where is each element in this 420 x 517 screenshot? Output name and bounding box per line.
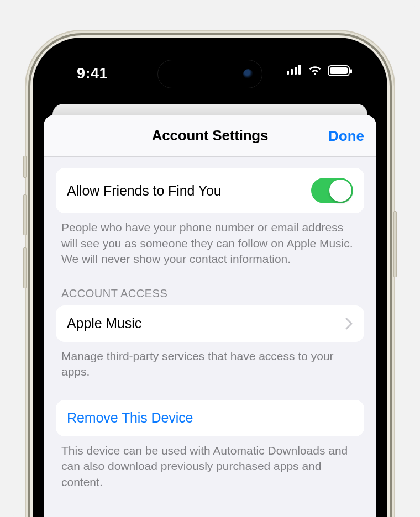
done-button[interactable]: Done — [328, 127, 364, 144]
bezel: 9:41 — [33, 38, 387, 517]
iphone-body: 9:41 — [26, 31, 394, 517]
chevron-right-icon — [345, 318, 353, 330]
apple-music-cell[interactable]: Apple Music — [56, 305, 364, 342]
status-icons — [287, 64, 350, 77]
allow-friends-cell[interactable]: Allow Friends to Find You — [56, 168, 364, 213]
power-button — [393, 211, 397, 277]
svg-rect-2 — [295, 67, 297, 75]
svg-rect-1 — [291, 69, 293, 75]
volume-down-button — [23, 247, 27, 288]
find-friends-footer: People who have your phone number or ema… — [61, 220, 359, 267]
side-switch — [23, 156, 27, 178]
page-title: Account Settings — [152, 127, 269, 144]
sheet-header: Account Settings Done — [44, 115, 376, 157]
svg-rect-0 — [287, 71, 289, 75]
group-find-friends: Allow Friends to Find You People who hav… — [56, 168, 364, 267]
account-access-header: ACCOUNT ACCESS — [61, 287, 359, 300]
allow-friends-label: Allow Friends to Find You — [67, 183, 222, 199]
group-account-access: ACCOUNT ACCESS Apple Music Manage third-… — [56, 287, 364, 380]
screen: 9:41 — [44, 49, 376, 517]
allow-friends-toggle[interactable] — [311, 178, 353, 203]
status-time: 9:41 — [77, 65, 108, 82]
svg-rect-3 — [298, 65, 301, 75]
sheet-body: Allow Friends to Find You People who hav… — [44, 157, 376, 517]
toggle-knob — [329, 180, 351, 202]
wifi-icon — [308, 64, 322, 77]
cellular-icon — [287, 65, 302, 77]
group-remove-device: Remove This Device This device can be us… — [56, 400, 364, 490]
remove-device-cell[interactable]: Remove This Device — [56, 400, 364, 436]
remove-device-label: Remove This Device — [67, 410, 193, 426]
dynamic-island — [158, 60, 262, 88]
account-access-footer: Manage third-party services that have ac… — [61, 349, 359, 380]
apple-music-label: Apple Music — [67, 315, 141, 331]
remove-device-footer: This device can be used with Automatic D… — [61, 443, 359, 490]
canvas: 9:41 — [0, 0, 420, 517]
settings-sheet: Account Settings Done Allow Friends to F… — [44, 115, 376, 517]
volume-up-button — [23, 194, 27, 235]
battery-icon — [328, 65, 350, 76]
